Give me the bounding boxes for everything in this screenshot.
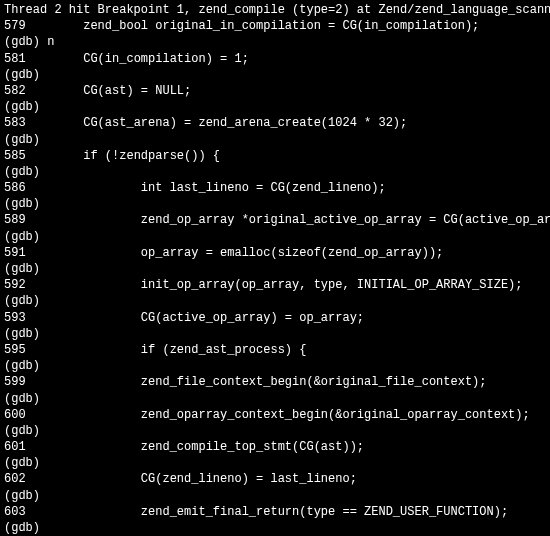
gdb-prompt[interactable]: (gdb) bbox=[4, 196, 546, 212]
line-number: 603 bbox=[4, 505, 26, 519]
gdb-prompt[interactable]: (gdb) bbox=[4, 132, 546, 148]
source-line: 581 CG(in_compilation) = 1; bbox=[4, 51, 546, 67]
gdb-prompt[interactable]: (gdb) bbox=[4, 261, 546, 277]
gdb-prompt[interactable]: (gdb) bbox=[4, 164, 546, 180]
gdb-prompt[interactable]: (gdb) bbox=[4, 326, 546, 342]
line-number: 591 bbox=[4, 246, 26, 260]
line-number: 600 bbox=[4, 408, 26, 422]
line-code: CG(active_op_array) = op_array; bbox=[26, 311, 364, 325]
source-line: 586 int last_lineno = CG(zend_lineno); bbox=[4, 180, 546, 196]
line-number: 585 bbox=[4, 149, 26, 163]
source-line: 583 CG(ast_arena) = zend_arena_create(10… bbox=[4, 115, 546, 131]
line-number: 595 bbox=[4, 343, 26, 357]
line-number: 593 bbox=[4, 311, 26, 325]
source-line: 593 CG(active_op_array) = op_array; bbox=[4, 310, 546, 326]
line-code: zend_op_array *original_active_op_array … bbox=[26, 213, 550, 227]
gdb-prompt[interactable]: (gdb) bbox=[4, 99, 546, 115]
line-code: if (zend_ast_process) { bbox=[26, 343, 307, 357]
gdb-prompt[interactable]: (gdb) bbox=[4, 520, 546, 536]
line-code: init_op_array(op_array, type, INITIAL_OP… bbox=[26, 278, 523, 292]
source-line: 591 op_array = emalloc(sizeof(zend_op_ar… bbox=[4, 245, 546, 261]
gdb-prompt[interactable]: (gdb) bbox=[4, 67, 546, 83]
line-number: 583 bbox=[4, 116, 26, 130]
line-code: zend_emit_final_return(type == ZEND_USER… bbox=[26, 505, 508, 519]
source-line: 582 CG(ast) = NULL; bbox=[4, 83, 546, 99]
line-code: CG(ast_arena) = zend_arena_create(1024 *… bbox=[26, 116, 408, 130]
line-number: 601 bbox=[4, 440, 26, 454]
line-code: if (!zendparse()) { bbox=[26, 149, 220, 163]
line-number: 602 bbox=[4, 472, 26, 486]
gdb-prompt-step[interactable]: (gdb) n bbox=[4, 34, 546, 50]
line-number: 579 bbox=[4, 19, 26, 33]
source-line: 579 zend_bool original_in_compilation = … bbox=[4, 18, 546, 34]
line-code: zend_bool original_in_compilation = CG(i… bbox=[26, 19, 480, 33]
gdb-prompt[interactable]: (gdb) bbox=[4, 488, 546, 504]
breakpoint-hit-line: Thread 2 hit Breakpoint 1, zend_compile … bbox=[4, 2, 546, 18]
source-line: 600 zend_oparray_context_begin(&original… bbox=[4, 407, 546, 423]
line-number: 582 bbox=[4, 84, 26, 98]
line-number: 599 bbox=[4, 375, 26, 389]
source-line: 601 zend_compile_top_stmt(CG(ast)); bbox=[4, 439, 546, 455]
line-code: op_array = emalloc(sizeof(zend_op_array)… bbox=[26, 246, 444, 260]
source-line: 585 if (!zendparse()) { bbox=[4, 148, 546, 164]
source-line: 589 zend_op_array *original_active_op_ar… bbox=[4, 212, 546, 228]
line-number: 586 bbox=[4, 181, 26, 195]
source-line: 603 zend_emit_final_return(type == ZEND_… bbox=[4, 504, 546, 520]
line-code: CG(ast) = NULL; bbox=[26, 84, 192, 98]
source-line: 599 zend_file_context_begin(&original_fi… bbox=[4, 374, 546, 390]
gdb-prompt[interactable]: (gdb) bbox=[4, 391, 546, 407]
line-code: CG(zend_lineno) = last_lineno; bbox=[26, 472, 357, 486]
gdb-prompt[interactable]: (gdb) bbox=[4, 293, 546, 309]
line-number: 589 bbox=[4, 213, 26, 227]
line-code: int last_lineno = CG(zend_lineno); bbox=[26, 181, 386, 195]
line-code: zend_file_context_begin(&original_file_c… bbox=[26, 375, 487, 389]
line-code: zend_compile_top_stmt(CG(ast)); bbox=[26, 440, 364, 454]
gdb-terminal[interactable]: Thread 2 hit Breakpoint 1, zend_compile … bbox=[0, 0, 550, 536]
source-line: 592 init_op_array(op_array, type, INITIA… bbox=[4, 277, 546, 293]
line-number: 581 bbox=[4, 52, 26, 66]
source-line: 602 CG(zend_lineno) = last_lineno; bbox=[4, 471, 546, 487]
source-line: 595 if (zend_ast_process) { bbox=[4, 342, 546, 358]
gdb-prompt[interactable]: (gdb) bbox=[4, 455, 546, 471]
line-code: CG(in_compilation) = 1; bbox=[26, 52, 249, 66]
gdb-prompt[interactable]: (gdb) bbox=[4, 358, 546, 374]
gdb-prompt[interactable]: (gdb) bbox=[4, 423, 546, 439]
line-code: zend_oparray_context_begin(&original_opa… bbox=[26, 408, 530, 422]
gdb-prompt[interactable]: (gdb) bbox=[4, 229, 546, 245]
line-number: 592 bbox=[4, 278, 26, 292]
